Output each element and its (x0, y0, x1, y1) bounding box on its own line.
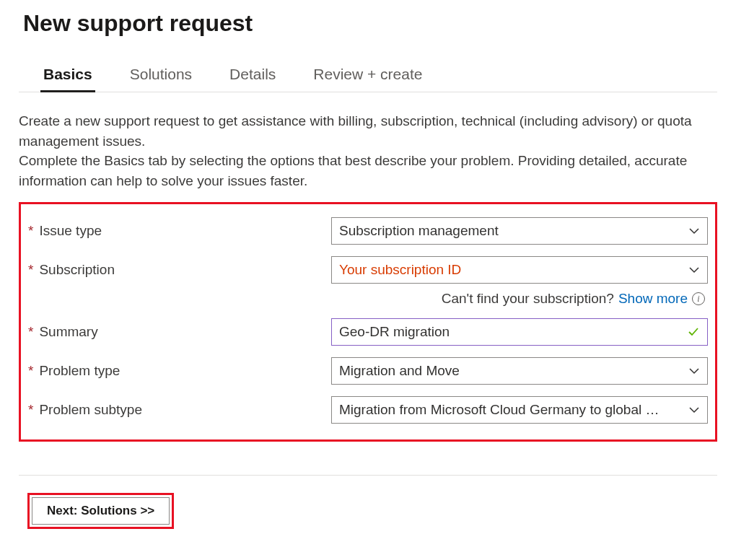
check-icon (687, 325, 700, 338)
field-row-problem-type: * Problem type Migration and Move (28, 357, 708, 385)
chevron-down-icon (688, 365, 700, 377)
subscription-dropdown[interactable]: Your subscription ID (331, 256, 708, 284)
subscription-helper: Can't find your subscription? Show more … (28, 291, 708, 307)
issue-type-value: Subscription management (339, 223, 499, 239)
subscription-label: Subscription (39, 262, 115, 278)
field-row-issue-type: * Issue type Subscription management (28, 217, 708, 245)
required-marker: * (28, 402, 33, 418)
footer-divider (19, 475, 717, 476)
problem-subtype-dropdown[interactable]: Migration from Microsoft Cloud Germany t… (331, 396, 708, 424)
basics-form-highlight: * Issue type Subscription management * S… (19, 202, 717, 442)
info-icon[interactable]: i (692, 292, 705, 305)
intro-text: Create a new support request to get assi… (19, 111, 717, 191)
subscription-value: Your subscription ID (339, 262, 461, 278)
field-row-summary: * Summary Geo-DR migration (28, 318, 708, 346)
problem-type-label: Problem type (39, 363, 120, 379)
issue-type-dropdown[interactable]: Subscription management (331, 217, 708, 245)
field-row-problem-subtype: * Problem subtype Migration from Microso… (28, 396, 708, 424)
summary-value: Geo-DR migration (339, 324, 450, 340)
next-solutions-button[interactable]: Next: Solutions >> (32, 497, 170, 525)
required-marker: * (28, 262, 33, 278)
chevron-down-icon (688, 225, 700, 237)
field-row-subscription: * Subscription Your subscription ID (28, 256, 708, 284)
required-marker: * (28, 363, 33, 379)
problem-type-value: Migration and Move (339, 363, 460, 379)
next-button-highlight: Next: Solutions >> (27, 493, 174, 529)
tab-basics[interactable]: Basics (42, 58, 94, 92)
tab-bar: Basics Solutions Details Review + create (19, 58, 717, 92)
page-title: New support request (23, 10, 717, 37)
summary-label: Summary (39, 324, 97, 340)
intro-line-2: Complete the Basics tab by selecting the… (19, 153, 687, 188)
required-marker: * (28, 223, 33, 239)
tab-review-create[interactable]: Review + create (312, 58, 424, 92)
chevron-down-icon (688, 404, 700, 416)
issue-type-label: Issue type (39, 223, 102, 239)
intro-line-1: Create a new support request to get assi… (19, 113, 692, 149)
required-marker: * (28, 324, 33, 340)
summary-input[interactable]: Geo-DR migration (331, 318, 708, 346)
chevron-down-icon (688, 264, 700, 276)
show-more-link[interactable]: Show more (618, 291, 688, 307)
tab-solutions[interactable]: Solutions (128, 58, 193, 92)
problem-subtype-value: Migration from Microsoft Cloud Germany t… (339, 402, 660, 418)
subscription-helper-text: Can't find your subscription? (442, 291, 614, 307)
problem-subtype-label: Problem subtype (39, 402, 142, 418)
tab-details[interactable]: Details (228, 58, 277, 92)
problem-type-dropdown[interactable]: Migration and Move (331, 357, 708, 385)
